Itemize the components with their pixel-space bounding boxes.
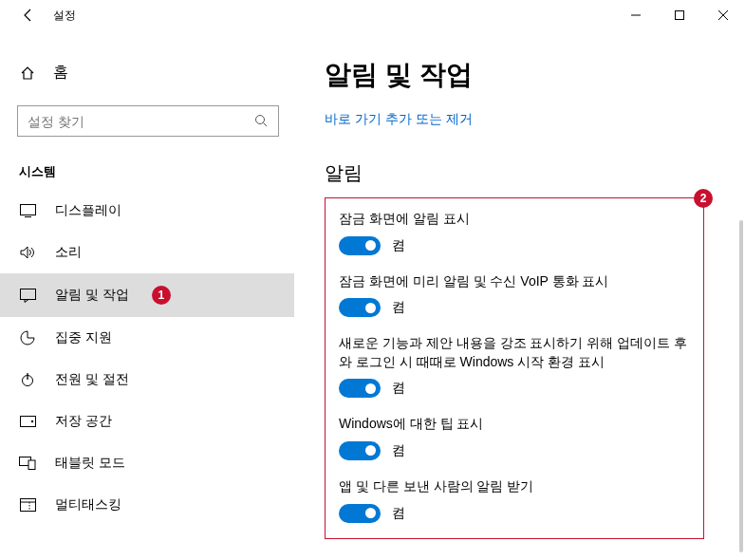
sidebar-item-display[interactable]: 디스플레이 [0, 190, 294, 232]
multitask-icon [19, 496, 36, 513]
section-title: 알림 [325, 160, 726, 186]
svg-point-4 [255, 116, 264, 124]
setting-label: 새로운 기능과 제안 내용을 강조 표시하기 위해 업데이트 후와 로그인 시 … [339, 334, 690, 371]
title-left: 설정 [8, 6, 76, 25]
main-pane: 알림 및 작업 바로 가기 추가 또는 제거 알림 2 잠금 화면에 알림 표시… [294, 30, 745, 560]
sidebar-item-label: 저장 공간 [55, 413, 112, 430]
tablet-icon [19, 455, 36, 472]
toggle-state: 켬 [392, 442, 405, 459]
app-title: 설정 [53, 8, 76, 24]
setting-label: 잠금 화면에 알림 표시 [339, 210, 690, 229]
svg-point-12 [30, 420, 32, 422]
svg-rect-6 [20, 205, 35, 215]
focus-icon [19, 329, 36, 346]
close-button[interactable] [701, 0, 745, 30]
setting-label: Windows에 대한 팁 표시 [339, 415, 690, 434]
home-label: 홈 [53, 63, 68, 83]
maximize-button[interactable] [658, 0, 701, 30]
toggle-row: 켬 [339, 504, 690, 523]
toggle-knob [365, 240, 376, 251]
svg-rect-14 [28, 460, 35, 470]
window-controls [614, 0, 745, 30]
sidebar-item-label: 전원 및 절전 [55, 371, 129, 388]
sidebar-item-label: 멀티태스킹 [55, 496, 121, 513]
home-nav[interactable]: 홈 [0, 53, 294, 92]
search-box[interactable] [17, 105, 279, 137]
page-title: 알림 및 작업 [325, 57, 726, 93]
toggle-state: 켬 [392, 237, 405, 254]
toggle-switch[interactable] [339, 504, 381, 523]
toggle-switch[interactable] [339, 441, 381, 460]
toggle-state: 켬 [392, 299, 405, 316]
sidebar-item-power[interactable]: 전원 및 절전 [0, 359, 294, 401]
sidebar-item-storage[interactable]: 저장 공간 [0, 401, 294, 442]
sidebar-item-focus[interactable]: 집중 지원 [0, 317, 294, 359]
title-bar: 설정 [0, 0, 745, 30]
notification-icon [19, 287, 36, 304]
content-wrapper: 홈 시스템 디스플레이 소리 알림 및 작업 1 [0, 30, 745, 560]
sidebar-item-tablet[interactable]: 태블릿 모드 [0, 442, 294, 484]
settings-box: 2 잠금 화면에 알림 표시 켬 잠금 화면에 미리 알림 및 수신 VoIP … [325, 197, 704, 539]
svg-rect-15 [20, 499, 35, 512]
setting-row: 앱 및 다른 보낸 사람의 알림 받기 켬 [339, 477, 690, 523]
toggle-state: 켬 [392, 380, 405, 397]
storage-icon [19, 413, 36, 430]
sidebar: 홈 시스템 디스플레이 소리 알림 및 작업 1 [0, 30, 294, 560]
svg-rect-8 [20, 289, 35, 299]
toggle-row: 켬 [339, 379, 690, 398]
setting-row: 잠금 화면에 미리 알림 및 수신 VoIP 통화 표시 켬 [339, 272, 690, 318]
search-icon [253, 114, 269, 129]
sidebar-item-label: 태블릿 모드 [55, 455, 125, 472]
display-icon [19, 202, 36, 219]
annotation-badge-1: 1 [152, 286, 171, 305]
setting-row: 새로운 기능과 제안 내용을 강조 표시하기 위해 업데이트 후와 로그인 시 … [339, 334, 690, 398]
power-icon [19, 371, 36, 388]
svg-rect-1 [676, 11, 684, 20]
sidebar-item-multitask[interactable]: 멀티태스킹 [0, 484, 294, 526]
search-input[interactable] [28, 114, 253, 129]
sidebar-item-sound[interactable]: 소리 [0, 232, 294, 273]
setting-row: 잠금 화면에 알림 표시 켬 [339, 210, 690, 255]
setting-label: 잠금 화면에 미리 알림 및 수신 VoIP 통화 표시 [339, 272, 690, 291]
toggle-switch[interactable] [339, 379, 381, 398]
toggle-knob [365, 303, 376, 313]
svg-line-5 [263, 123, 267, 127]
back-button[interactable] [19, 6, 38, 25]
toggle-row: 켬 [339, 298, 690, 317]
scrollbar[interactable] [739, 220, 743, 552]
setting-label: 앱 및 다른 보낸 사람의 알림 받기 [339, 477, 690, 496]
toggle-knob [365, 445, 376, 456]
sidebar-item-notifications[interactable]: 알림 및 작업 1 [0, 273, 294, 317]
group-label: 시스템 [0, 150, 294, 190]
toggle-switch[interactable] [339, 298, 381, 317]
toggle-knob [365, 508, 376, 518]
sidebar-item-label: 소리 [55, 244, 82, 261]
quick-actions-link[interactable]: 바로 가기 추가 또는 제거 [325, 111, 473, 128]
toggle-knob [365, 383, 376, 394]
sound-icon [19, 244, 36, 261]
toggle-row: 켬 [339, 441, 690, 460]
sidebar-item-label: 알림 및 작업 [55, 287, 129, 304]
annotation-badge-2: 2 [694, 189, 713, 208]
sidebar-item-label: 디스플레이 [55, 202, 121, 219]
home-icon [19, 65, 36, 82]
minimize-button[interactable] [614, 0, 658, 30]
toggle-switch[interactable] [339, 236, 381, 255]
toggle-state: 켬 [392, 505, 405, 522]
setting-row: Windows에 대한 팁 표시 켬 [339, 415, 690, 460]
sidebar-item-label: 집중 지원 [55, 329, 112, 346]
toggle-row: 켬 [339, 236, 690, 255]
